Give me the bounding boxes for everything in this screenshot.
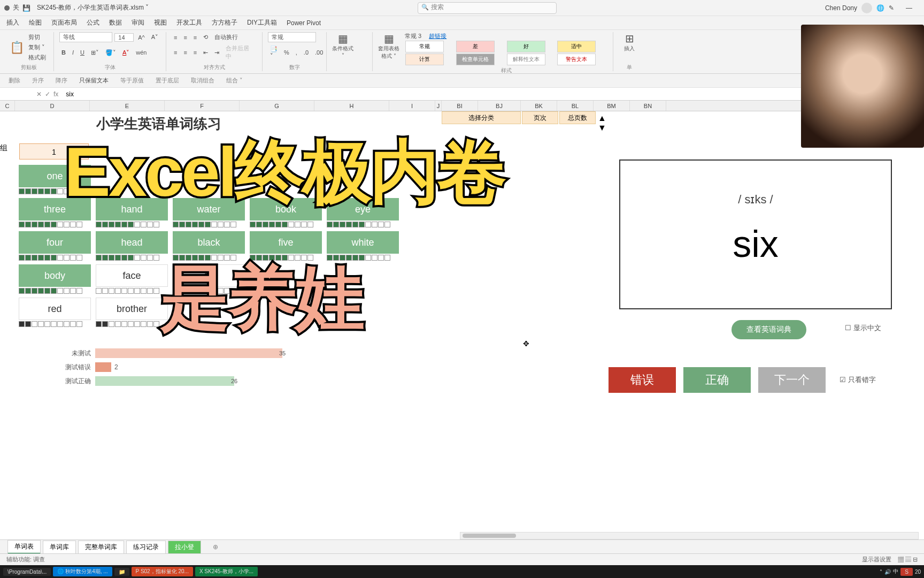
task-item[interactable]: P S02，指标量化 20... <box>132 567 193 576</box>
word-cell[interactable]: black <box>173 231 245 254</box>
col-h[interactable]: BL <box>557 101 594 111</box>
tray-sound-icon[interactable]: 🔊 <box>884 569 891 575</box>
column-headers[interactable]: C D E F G H I J BI BJ BK BL BM BN <box>0 101 924 111</box>
col-h[interactable]: G <box>240 101 314 111</box>
save-icon[interactable]: 💾 <box>22 4 30 12</box>
style-hyperlink[interactable]: 超链接 <box>429 32 446 40</box>
sec-btn[interactable]: 组合 ˅ <box>224 75 245 86</box>
cut-button[interactable]: 剪切 <box>26 32 48 42</box>
sogou-icon[interactable]: S <box>900 568 913 576</box>
task-explorer[interactable]: 📁 <box>114 568 129 576</box>
style-swatch[interactable]: 检查单元格 <box>456 54 495 65</box>
ime-badge[interactable]: 中 <box>893 568 898 575</box>
style-swatch[interactable]: 解释性文本 <box>507 54 545 65</box>
style-swatch[interactable]: 警告文本 <box>557 54 596 65</box>
comma-icon[interactable]: , <box>294 48 299 57</box>
ribbon-tab[interactable]: 页面布局 <box>51 18 77 27</box>
font-name-select[interactable]: 等线 <box>59 32 112 42</box>
bold-button[interactable]: B <box>59 48 68 57</box>
only-wrong-checkbox[interactable]: ☑ 只看错字 <box>840 375 876 385</box>
filename[interactable]: SK245-教师，小学生英语单词表.xlsm ˅ <box>37 3 149 12</box>
col-h[interactable]: BK <box>521 101 557 111</box>
ribbon-tab[interactable]: 公式 <box>87 18 99 27</box>
word-cell[interactable]: hand <box>96 198 168 220</box>
underline-button[interactable]: U <box>78 48 87 57</box>
search-input[interactable]: 搜索 <box>418 2 557 14</box>
table-format-button[interactable]: ▦ 套用表格格式 ˅ <box>378 32 399 60</box>
ribbon-tab[interactable]: Power Pivot <box>287 19 321 27</box>
sec-btn[interactable]: 置于底层 <box>153 75 181 86</box>
word-cell[interactable]: body <box>19 264 91 287</box>
word-cell[interactable]: head <box>96 231 168 254</box>
cond-format-button[interactable]: ▦ 条件格式 ˅ <box>332 32 353 58</box>
sec-btn[interactable]: 删除 <box>6 75 22 86</box>
ribbon-tab[interactable]: 数据 <box>109 18 122 27</box>
ribbon-tab[interactable]: 视图 <box>154 18 167 27</box>
word-cell[interactable]: book <box>250 198 322 220</box>
task-item[interactable]: X SK245-教师，小学... <box>195 567 258 576</box>
fx-icon[interactable]: fx <box>53 90 58 98</box>
orientation-icon[interactable]: ⟲ <box>201 33 210 42</box>
word-cell[interactable]: five <box>250 231 322 254</box>
fill-color-button[interactable]: 🪣˅ <box>103 48 118 57</box>
style-swatch[interactable]: 计算 <box>405 54 444 65</box>
style-swatch[interactable]: 好 <box>507 41 545 52</box>
align-left-icon[interactable]: ≡ <box>172 48 179 57</box>
add-sheet-button[interactable]: ⊕ <box>213 543 218 551</box>
word-cell[interactable]: water <box>173 198 245 220</box>
col-h[interactable]: C <box>0 101 15 111</box>
sheet-tab[interactable]: 单词库 <box>43 541 76 553</box>
spinner-icon[interactable]: ▲▼ <box>598 113 614 133</box>
minimize-button[interactable]: — <box>898 4 920 12</box>
col-h[interactable]: I <box>389 101 435 111</box>
tray-up-icon[interactable]: ˄ <box>880 569 882 575</box>
wrap-text-button[interactable]: 自动换行 <box>212 32 240 42</box>
enter-icon[interactable]: ✓ <box>45 90 50 98</box>
indent-inc-icon[interactable]: ⇥ <box>212 48 221 57</box>
col-h[interactable]: BI <box>442 101 478 111</box>
col-h[interactable]: E <box>90 101 165 111</box>
merge-button[interactable]: 合并后居中 <box>224 43 257 62</box>
view-layout-icon[interactable]: ▤ <box>905 556 911 562</box>
pen-icon[interactable]: ✎ <box>889 4 894 12</box>
dec-decimal-icon[interactable]: .00 <box>313 48 325 57</box>
ribbon-tab[interactable]: 审阅 <box>132 18 144 27</box>
ribbon-tab[interactable]: 方方格子 <box>212 18 237 27</box>
word-cell[interactable]: face <box>96 264 168 287</box>
col-h[interactable]: J <box>435 101 442 111</box>
align-right-icon[interactable]: ≡ <box>191 48 199 57</box>
percent-icon[interactable]: % <box>282 48 291 57</box>
shrink-font-icon[interactable]: A˅ <box>149 33 160 42</box>
col-h[interactable]: BM <box>594 101 630 111</box>
clock[interactable]: 20 <box>915 569 921 575</box>
sec-btn[interactable]: 只保留文本 <box>77 75 111 86</box>
word-cell[interactable]: three <box>19 198 91 220</box>
show-chinese-checkbox[interactable]: ☐ 显示中文 <box>845 323 881 333</box>
wrong-button[interactable]: 错误 <box>609 367 676 393</box>
word-cell[interactable]: white <box>327 231 399 254</box>
align-top-icon[interactable]: ≡ <box>172 33 179 42</box>
view-break-icon[interactable]: ⊟ <box>913 556 918 562</box>
task-item[interactable]: 🌐 秋叶数分第4期, ... <box>53 567 112 576</box>
sec-btn[interactable]: 升序 <box>30 75 46 86</box>
style-swatch[interactable]: 常规 <box>405 41 444 52</box>
border-button[interactable]: ⊞˅ <box>89 48 101 57</box>
ribbon-tab[interactable]: 开发工具 <box>176 18 202 27</box>
style-swatch[interactable]: 差 <box>456 41 495 52</box>
avatar[interactable] <box>861 3 872 13</box>
close-dot-icon[interactable]: 关 <box>13 3 19 12</box>
sheet-tab[interactable]: 单词表 <box>7 540 41 554</box>
next-button[interactable]: 下一个 <box>758 367 826 393</box>
word-cell[interactable]: four <box>19 231 91 254</box>
task-item[interactable]: \ProgramData\... <box>3 568 51 576</box>
sec-btn[interactable]: 取消组合 <box>189 75 217 86</box>
display-settings[interactable]: 显示器设置 <box>862 556 891 562</box>
insert-cells-button[interactable]: ⊞ 插入 <box>619 32 640 52</box>
word-cell[interactable]: red <box>19 298 91 320</box>
col-h[interactable]: BJ <box>478 101 521 111</box>
index-cell[interactable]: 1 <box>19 143 89 159</box>
inc-decimal-icon[interactable]: .0 <box>302 48 311 57</box>
copy-button[interactable]: 复制 ˅ <box>26 42 48 52</box>
correct-button[interactable]: 正确 <box>683 367 751 393</box>
view-normal-icon[interactable]: ▦ <box>898 556 904 562</box>
